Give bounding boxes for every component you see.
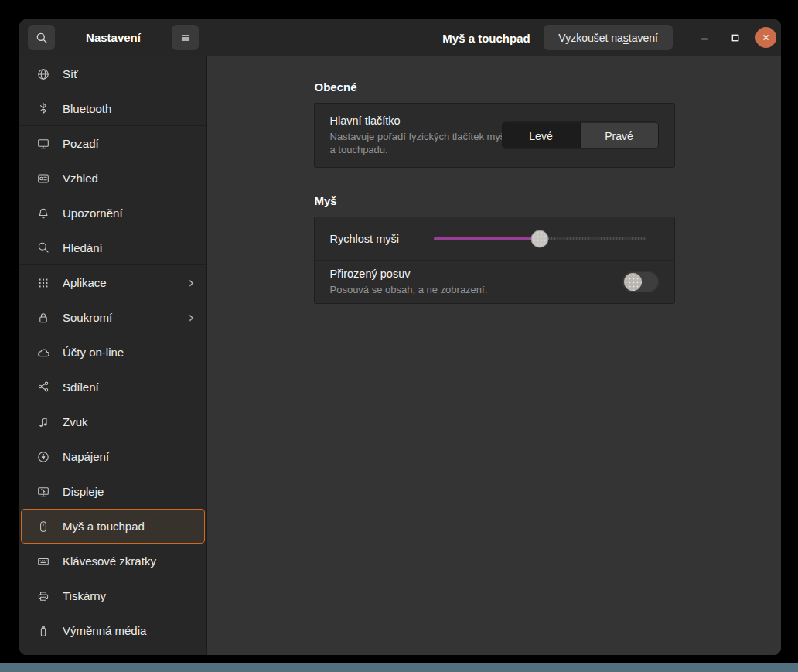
close-button[interactable]: [755, 27, 776, 48]
sidebar-item-label: Tiskárny: [63, 589, 199, 602]
sidebar-item-applications[interactable]: Aplikace›: [19, 265, 206, 300]
natural-scroll-subtitle: Posouvá se obsah, a ne zobrazení.: [330, 283, 488, 296]
sidebar-item-removable-media[interactable]: Výměnná média: [19, 613, 206, 648]
sidebar-item-label: Soukromí: [63, 311, 175, 324]
bluetooth-icon: [37, 102, 49, 114]
section-title-mouse: Myš: [315, 194, 675, 207]
general-card: Hlavní tlačítko Nastavuje pořadí fyzický…: [314, 103, 675, 168]
sound-icon: [37, 416, 49, 428]
sidebar-item-network[interactable]: Síť: [19, 56, 206, 91]
primary-button-segmented: Levé Pravé: [502, 122, 659, 149]
titlebar-right: Myš a touchpad Vyzkoušet nastavení: [207, 19, 781, 56]
maximize-icon: [729, 32, 742, 44]
menu-button[interactable]: [172, 25, 199, 50]
search-button[interactable]: [28, 25, 55, 50]
sidebar-item-displays[interactable]: Displeje: [19, 474, 206, 509]
window-body: SíťBluetoothPozadíVzhledUpozorněníHledán…: [19, 56, 781, 655]
keyboard-icon: [37, 555, 49, 568]
main-panel: Obecné Hlavní tlačítko Nastavuje pořadí …: [207, 56, 781, 655]
test-settings-button[interactable]: Vyzkoušet nastavení: [544, 25, 673, 50]
mouse-speed-slider-fill: [434, 237, 541, 240]
sidebar-item-notifications[interactable]: Upozornění: [19, 196, 206, 230]
content-column: Obecné Hlavní tlačítko Nastavuje pořadí …: [314, 80, 675, 304]
sidebar-item-label: Zvuk: [63, 415, 199, 428]
mouse-icon: [37, 520, 49, 533]
sidebar-item-label: Výměnná média: [63, 624, 199, 637]
window-controls: [694, 19, 776, 56]
minimize-button[interactable]: [694, 27, 714, 48]
section-mouse: Myš Rychlost myši Přiroz: [314, 194, 675, 304]
natural-scroll-row: Přirozený posuv Posouvá se obsah, a ne z…: [315, 260, 674, 303]
settings-window: Nastavení Myš a touchpad Vyzkoušet nasta…: [19, 19, 781, 655]
sidebar-item-label: Napájení: [63, 450, 199, 463]
mouse-speed-slider[interactable]: [434, 229, 646, 249]
primary-button-row: Hlavní tlačítko Nastavuje pořadí fyzický…: [315, 104, 674, 167]
displays-icon: [37, 486, 49, 498]
natural-scroll-toggle[interactable]: [622, 271, 659, 292]
sidebar-item-label: Upozornění: [63, 206, 199, 220]
minimize-icon: [698, 32, 711, 44]
search-icon: [37, 241, 49, 254]
desktop-wallpaper-strip: [0, 663, 798, 672]
chevron-right-icon: ›: [188, 310, 194, 325]
app-title: Nastavení: [86, 31, 141, 44]
sidebar-item-sharing[interactable]: Sdílení: [19, 370, 206, 404]
sidebar-item-search[interactable]: Hledání: [19, 230, 206, 265]
mouse-speed-row: Rychlost myši: [315, 217, 674, 260]
section-title-general: Obecné: [315, 80, 675, 94]
page-title: Myš a touchpad: [442, 31, 530, 44]
segmented-option[interactable]: Levé: [503, 123, 580, 148]
notifications-icon: [37, 207, 49, 220]
sidebar-item-label: Myš a touchpad: [63, 520, 197, 533]
sidebar-item-power[interactable]: Napájení: [19, 439, 206, 474]
power-icon: [37, 451, 49, 463]
maximize-button[interactable]: [725, 27, 745, 48]
close-icon: [760, 32, 772, 43]
toggle-knob: [624, 273, 642, 291]
privacy-icon: [37, 312, 49, 324]
sidebar-item-printers[interactable]: Tiskárny: [19, 578, 206, 613]
test-settings-label-post: tavení: [629, 32, 658, 44]
sidebar-item-background[interactable]: Pozadí: [19, 126, 206, 161]
primary-button-subtitle: Nastavuje pořadí fyzických tlačítek myši…: [330, 130, 508, 156]
sidebar-item-label: Bluetooth: [63, 102, 199, 115]
sidebar-item-privacy[interactable]: Soukromí›: [19, 300, 206, 335]
applications-icon: [37, 277, 49, 289]
sidebar-item-label: Aplikace: [63, 276, 175, 289]
sidebar-item-mouse[interactable]: Myš a touchpad: [21, 509, 205, 544]
sidebar-item-label: Síť: [63, 67, 199, 80]
test-settings-label-mnemonic: s: [623, 32, 629, 44]
search-icon: [36, 32, 48, 44]
printers-icon: [37, 590, 49, 602]
chevron-right-icon: ›: [188, 275, 194, 290]
sidebar-item-label: Displeje: [63, 485, 199, 498]
sidebar-item-bluetooth[interactable]: Bluetooth: [19, 91, 206, 126]
sidebar-item-label: Vzhled: [63, 172, 199, 185]
titlebar-left: Nastavení: [19, 19, 207, 56]
sidebar-item-appearance[interactable]: Vzhled: [19, 161, 206, 196]
segmented-option[interactable]: Pravé: [580, 123, 658, 148]
appearance-icon: [37, 172, 49, 185]
mouse-speed-title: Rychlost myši: [330, 233, 399, 245]
sidebar-item-label: Účty on-line: [63, 346, 199, 359]
sidebar-item-label: Klávesové zkratky: [63, 554, 199, 568]
sidebar-item-keyboard[interactable]: Klávesové zkratky: [19, 544, 206, 578]
test-settings-label-pre: Vyzkoušet na: [558, 32, 623, 44]
removable-media-icon: [37, 625, 49, 637]
sidebar-item-label: Sdílení: [63, 380, 199, 394]
sidebar-item-sound[interactable]: Zvuk: [19, 404, 206, 439]
mouse-card: Rychlost myši Přirozený posuv Posouvá se…: [314, 217, 675, 304]
section-general: Obecné Hlavní tlačítko Nastavuje pořadí …: [314, 80, 675, 168]
sidebar-item-online-accounts[interactable]: Účty on-line: [19, 335, 206, 370]
sidebar-item-label: Hledání: [63, 241, 199, 254]
sidebar: SíťBluetoothPozadíVzhledUpozorněníHledán…: [19, 56, 207, 655]
titlebar: Nastavení Myš a touchpad Vyzkoušet nasta…: [19, 19, 781, 56]
hamburger-menu-icon: [179, 32, 192, 44]
network-icon: [37, 68, 49, 80]
natural-scroll-text: Přirozený posuv Posouvá se obsah, a ne z…: [330, 268, 488, 296]
background-icon: [37, 138, 49, 150]
sidebar-item-label: Pozadí: [63, 137, 199, 150]
mouse-speed-slider-knob[interactable]: [531, 230, 549, 247]
sharing-icon: [37, 380, 49, 393]
natural-scroll-title: Přirozený posuv: [330, 268, 488, 280]
